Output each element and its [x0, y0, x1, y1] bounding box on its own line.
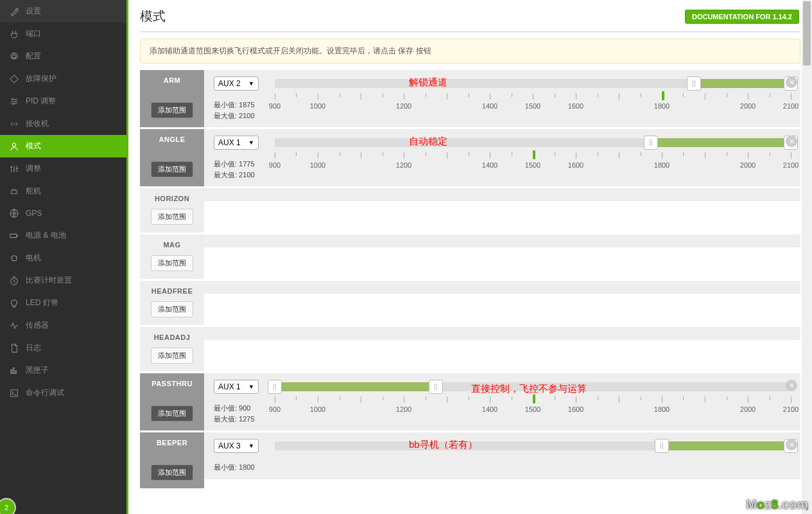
caret-down-icon: ▼	[248, 443, 254, 449]
sidebar-item-label: LED 灯带	[26, 297, 58, 308]
notice-banner: 添加辅助通道范围来切换飞行模式或开启关闭功能。设置完毕后，请点击 保存 按钮	[140, 39, 800, 64]
remove-range-button[interactable]: ✕	[786, 136, 797, 147]
wrench-icon	[9, 6, 19, 17]
channel-indicator	[533, 150, 535, 159]
caret-down-icon: ▼	[248, 384, 254, 390]
range-slider[interactable]	[275, 76, 791, 91]
sidebar-item-14[interactable]: 传感器	[0, 314, 126, 337]
add-range-button[interactable]: 添加范围	[151, 465, 193, 481]
aux-select[interactable]: AUX 1▼	[214, 380, 259, 394]
sidebar-item-16[interactable]: 黑匣子	[0, 359, 126, 382]
mode-row-headfree: HEADFREE 添加范围	[140, 281, 800, 325]
sidebar-item-5[interactable]: 接收机	[0, 112, 126, 135]
add-range-button[interactable]: 添加范围	[151, 348, 193, 364]
sidebar-item-15[interactable]: 日志	[0, 337, 126, 359]
add-range-button[interactable]: 添加范围	[151, 301, 193, 317]
caret-down-icon: ▼	[248, 80, 254, 87]
sidebar-item-3[interactable]: 故障保护	[0, 67, 126, 90]
slider-handle-max[interactable]	[429, 380, 443, 394]
scroll-thumb[interactable]	[803, 1, 811, 66]
sidebar-item-label: 电源 & 电池	[26, 230, 66, 241]
page-title: 模式	[140, 8, 166, 25]
mode-row-angle: ANGLE 添加范围 AUX 1▼ 最小值: 1775 最大值: 2100 90	[140, 129, 800, 186]
sidebar-item-17[interactable]: 命令行调试	[0, 382, 126, 404]
mode-name-label: BEEPER	[157, 439, 187, 447]
range-slider[interactable]	[275, 439, 791, 453]
mode-name-label: ANGLE	[159, 136, 186, 143]
mode-row-horizon: HORIZON 添加范围	[140, 188, 800, 233]
scrollbar[interactable]: ▲ ▼	[802, 0, 812, 514]
tune-icon	[9, 164, 19, 174]
sidebar-item-1[interactable]: 端口	[0, 22, 126, 45]
mode-row-headadj: HEADADJ 添加范围	[140, 327, 800, 371]
sidebar-item-12[interactable]: 比赛计时装置	[0, 269, 126, 292]
gear-icon	[9, 51, 19, 62]
add-range-button[interactable]: 添加范围	[151, 161, 193, 177]
terminal-icon	[9, 388, 19, 398]
aux-select[interactable]: AUX 1▼	[214, 136, 259, 150]
sidebar-item-label: 黑匣子	[26, 365, 49, 376]
sidebar-item-label: 命令行调试	[26, 387, 64, 398]
sidebar-item-0[interactable]: 设置	[0, 0, 126, 22]
slider-scale: 90010001200140015001600180020002100	[275, 152, 791, 174]
documentation-button[interactable]: DOCUMENTATION FOR 1.14.2	[685, 10, 799, 24]
mode-name-label: PASSTHRU	[151, 380, 193, 387]
sidebar-item-6[interactable]: 模式	[0, 135, 126, 157]
channel-indicator	[533, 394, 535, 403]
sidebar-item-label: 配置	[26, 51, 41, 62]
sidebar-item-10[interactable]: 电源 & 电池	[0, 224, 126, 247]
pulse-icon	[9, 321, 19, 331]
sidebar-item-11[interactable]: 电机	[0, 247, 126, 269]
min-max-display: 最小值: 1775 最大值: 2100	[214, 159, 265, 180]
mode-name-label: HEADADJ	[154, 333, 191, 341]
sidebar-item-label: 比赛计时装置	[26, 275, 72, 286]
slider-handle-min[interactable]	[687, 76, 701, 91]
range-slider[interactable]	[275, 136, 791, 150]
timer-icon	[9, 276, 19, 286]
sidebar-item-label: 模式	[26, 141, 41, 152]
sidebar-item-4[interactable]: PID 调整	[0, 90, 126, 112]
sidebar-item-label: GPS	[26, 209, 42, 218]
bulb-icon	[9, 298, 19, 308]
mode-name-label: HEADFREE	[151, 287, 193, 295]
sidebar-item-label: 端口	[26, 28, 41, 39]
motor-icon	[9, 253, 19, 263]
slider-handle-min[interactable]	[655, 439, 669, 453]
sidebar-item-13[interactable]: LED 灯带	[0, 292, 126, 314]
remove-range-button[interactable]: ✕	[786, 439, 797, 450]
sidebar-item-label: 接收机	[26, 118, 49, 129]
add-range-button[interactable]: 添加范围	[151, 209, 193, 225]
slider-handle-min[interactable]	[644, 136, 658, 150]
user-icon	[9, 141, 19, 152]
add-range-button[interactable]: 添加范围	[151, 405, 193, 421]
mode-name-label: MAG	[163, 241, 180, 249]
min-max-display: 最小值: 1800	[214, 462, 265, 473]
main-panel: ▲ ▼ 模式 DOCUMENTATION FOR 1.14.2 添加辅助通道范围…	[128, 0, 812, 514]
mode-name-label: HORIZON	[155, 195, 189, 202]
range-slider[interactable]	[275, 380, 791, 394]
sidebar-item-2[interactable]: 配置	[0, 45, 126, 67]
add-range-button[interactable]: 添加范围	[151, 102, 193, 118]
min-max-display: 最小值: 900 最大值: 1275	[214, 403, 265, 424]
diamond-icon	[9, 74, 19, 84]
sidebar-item-8[interactable]: 舵机	[0, 180, 126, 202]
sidebar-item-label: 设置	[26, 6, 41, 17]
sidebar-item-7[interactable]: 调整	[0, 157, 126, 180]
aux-select[interactable]: AUX 3▼	[214, 439, 259, 453]
mode-name-label: ARM	[164, 76, 181, 84]
remove-range-button[interactable]: ✕	[786, 380, 797, 391]
bars-icon	[9, 366, 19, 376]
sliders-icon	[9, 96, 19, 107]
slider-scale: 90010001200140015001600180020002100	[275, 93, 791, 115]
sidebar-item-9[interactable]: GPS	[0, 202, 126, 224]
slider-handle-min[interactable]	[268, 380, 282, 394]
plug-icon	[9, 29, 19, 39]
scroll-down-icon[interactable]: ▼	[802, 504, 812, 514]
sidebar-item-label: 舵机	[26, 186, 41, 197]
remove-range-button[interactable]: ✕	[786, 76, 797, 88]
signal-icon	[9, 119, 19, 129]
caret-down-icon: ▼	[248, 139, 254, 146]
add-range-button[interactable]: 添加范围	[151, 255, 193, 271]
channel-indicator	[662, 91, 664, 100]
aux-select[interactable]: AUX 2▼	[214, 76, 259, 91]
